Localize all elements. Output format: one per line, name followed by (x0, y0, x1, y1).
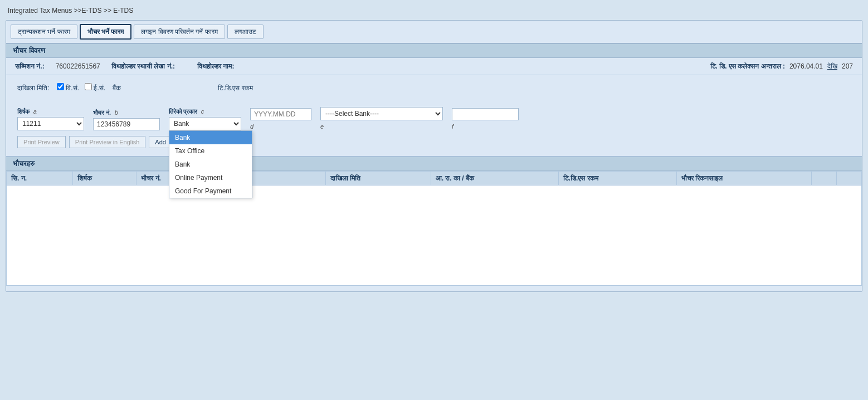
col-heading: शिर्षक (73, 172, 136, 186)
voucher-no-field-group: भौचर नं. b (93, 108, 160, 130)
tab-transaction[interactable]: ट्रान्यकशन भर्ने फारम (11, 25, 77, 39)
submission-value: 760022651567 (56, 62, 100, 70)
view-value: 207 (842, 62, 853, 70)
tireeko-prakar-label: तिरेको प्रकार (169, 108, 197, 115)
tab-logout[interactable]: लगआउट (227, 25, 264, 39)
tds-amount-input[interactable] (452, 108, 519, 120)
empty-table-row (7, 186, 862, 286)
voucher-no-input[interactable] (93, 118, 160, 130)
bs-checkbox[interactable] (57, 83, 64, 90)
entry-date-label: दाखिला मिति: (17, 84, 50, 92)
tireeko-prakar-dropdown: Bank Tax Office Bank Online Payment Good… (169, 130, 252, 198)
bank-label-inline: बैंक (113, 84, 121, 92)
tireeko-prakar-field-group: तिरेको प्रकार c Bank Tax Office Online P… (169, 107, 241, 130)
breadcrumb: Integrated Tax Menus >>E-TDS >> E-TDS (6, 6, 862, 16)
tab-voucher[interactable]: भौचर भर्ने फारम (80, 24, 132, 40)
submission-label: सब्मिशन नं.: (15, 62, 45, 70)
col-entry-date: दाखिला मिति (325, 172, 431, 186)
tds-collection-value: 2076.04.01 (789, 62, 823, 70)
tireeko-prakar-sublabel: c (199, 108, 204, 115)
withholder-account-label: विथहोल्डर स्थायी लेखा नं.: (111, 62, 175, 70)
bank-field-group: ----Select Bank---- e (320, 96, 443, 130)
tds-collection-group: टि. डि. एस कलेक्सन अन्तराल : 2076.04.01 … (710, 62, 853, 70)
ad-checkbox-label: ई.सं. (85, 84, 107, 92)
voucher-no-sublabel: b (113, 109, 118, 116)
view-link[interactable]: देखि (827, 62, 837, 70)
dropdown-option-bank2[interactable]: Bank (169, 158, 252, 171)
form-area: दाखिला मिति: वि.सं. ई.सं. बैंक टि.डि.एस … (6, 75, 862, 157)
bank-sublabel-e: e (320, 123, 324, 130)
tds-amount-field-group: f (452, 97, 519, 130)
header-select[interactable]: 11211 (17, 117, 84, 130)
entry-date-row: दाखिला मिति: वि.सं. ई.सं. बैंक टि.डि.एस … (17, 83, 851, 92)
main-container: ट्रान्यकशन भर्ने फारम भौचर भर्ने फारम लग… (6, 20, 862, 292)
col-bank: आ. रा. का / बैंक (431, 172, 558, 186)
header-sublabel: a (32, 108, 37, 115)
voucher-no-label: भौचर नं. (93, 109, 111, 116)
dropdown-option-tax-office[interactable]: Tax Office (169, 144, 252, 158)
empty-cell (7, 186, 862, 286)
form-fields: शिर्षक a 11211 भौचर नं. b तिरेको प्रकार (17, 96, 851, 130)
tds-amount-sublabel: f (452, 123, 453, 130)
header-field-group: शिर्षक a 11211 (17, 107, 84, 130)
tireeko-prakar-select[interactable]: Bank Tax Office Online Payment Good For … (169, 117, 241, 130)
tds-collection-label: टि. डि. एस कलेक्सन अन्तराल : (710, 62, 785, 70)
withholder-name-label: विथहोल्डर नाम: (197, 62, 234, 70)
dropdown-option-bank[interactable]: Bank (169, 131, 252, 144)
tab-bar: ट्रान्यकशन भर्ने फारम भौचर भर्ने फारम लग… (6, 21, 862, 44)
date-input[interactable] (250, 108, 311, 120)
tab-login-details[interactable]: लगइन विवरण परिवर्तन गर्ने फारम (134, 25, 225, 39)
ad-checkbox[interactable] (85, 83, 92, 90)
date-sublabel: d (250, 123, 253, 130)
dropdown-option-good-for-payment[interactable]: Good For Payment (169, 184, 252, 198)
header-label: शिर्षक (17, 108, 30, 115)
voucher-section-header: भौचर विवरण (6, 44, 862, 58)
col-sn: सि. न. (7, 172, 73, 186)
vouchers-table: सि. न. शिर्षक भौचर नं. तिरेको प्रकार दाख… (6, 171, 862, 286)
date-field-group: d (250, 97, 311, 130)
col-tds-amount: टि.डि.एस रकम (558, 172, 676, 186)
print-preview-button[interactable]: Print Preview (17, 136, 66, 148)
info-row: सब्मिशन नं.: 760022651567 विथहोल्डर स्था… (6, 58, 862, 75)
bs-checkbox-label: वि.सं. (57, 84, 81, 92)
col-action1 (811, 172, 836, 186)
action-buttons: Print Preview Print Preview in English A… (17, 136, 851, 148)
col-reconcile: भौचर रिकनसाइल (676, 172, 811, 186)
print-preview-english-button[interactable]: Print Preview in English (69, 136, 146, 148)
vouchers-table-header: भौचरहरु (6, 157, 862, 171)
vouchers-table-section: भौचरहरु सि. न. शिर्षक भौचर नं. तिरेको प्… (6, 157, 862, 291)
col-action2 (836, 172, 861, 186)
bank-select[interactable]: ----Select Bank---- (320, 107, 443, 120)
table-header-row: सि. न. शिर्षक भौचर नं. तिरेको प्रकार दाख… (7, 172, 862, 186)
tds-amount-label-inline: टि.डि.एस रकम (218, 84, 253, 92)
dropdown-option-online-payment[interactable]: Online Payment (169, 171, 252, 184)
